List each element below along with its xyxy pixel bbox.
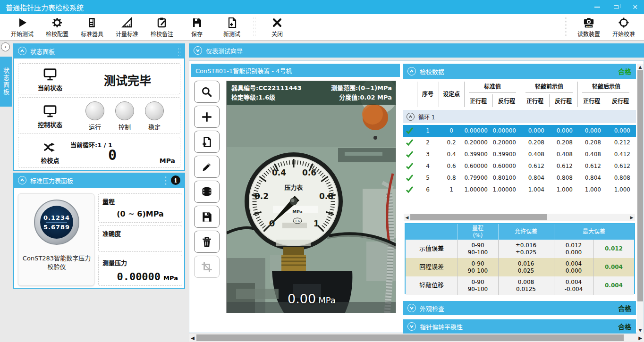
device-name: ConST283智能数字压力校验仪 [21, 254, 92, 271]
table-row[interactable]: 5 0.8 0.79900 0.80100 0.804 0.808 0.804 … [403, 172, 636, 184]
scroll-right-arrow[interactable]: ▶ [636, 335, 644, 341]
save-button[interactable]: 保存 [179, 16, 214, 39]
collapse-sidebar-button[interactable]: ‹ [1, 42, 10, 51]
reading-device-button[interactable]: AUTO 读数装置 [571, 16, 606, 39]
svg-text:1: 1 [314, 218, 320, 228]
scrollbar-thumb[interactable] [410, 214, 547, 220]
delete-tool-button[interactable] [194, 231, 220, 253]
wizard-header[interactable]: 仪表测试向导 [189, 43, 644, 58]
table-row[interactable]: 6 1 1.00000 1.00000 1.004 1.000 1.000 1.… [403, 184, 636, 196]
scroll-right-arrow[interactable]: ▶ [628, 215, 635, 220]
save-image-button[interactable] [194, 206, 220, 228]
zoom-tool-button[interactable] [194, 81, 220, 103]
new-test-button[interactable]: 新测试 [214, 16, 249, 39]
standard-instrument-button[interactable]: 标准器具 [75, 16, 110, 39]
scroll-left-arrow[interactable]: ◀ [404, 215, 410, 220]
checkpoint-row: 检校点 当前循环:1 / 1 0 MPa [18, 137, 180, 168]
right-vertical-scrollbar[interactable]: ▲ ▼ [637, 64, 644, 334]
camera-panel-header: ConST801-1智能识别装置 - 4号机 [191, 64, 400, 77]
camera-auto-icon: AUTO [583, 17, 594, 28]
toolbar-separator [253, 17, 256, 38]
close-test-button[interactable]: 关闭 [260, 16, 295, 39]
edit-tool-button[interactable] [194, 156, 220, 178]
cycle-counter: 当前循环:1 / 1 [70, 140, 112, 149]
final-error-value: 0.004 [593, 276, 634, 295]
scroll-left-arrow[interactable]: ◀ [189, 335, 196, 341]
new-record-button[interactable] [194, 131, 220, 153]
chevron-up-icon [407, 113, 415, 121]
verification-grade: 检定等级:1.6级 [231, 93, 320, 102]
table-horizontal-scrollbar[interactable]: ◀ ▶ [404, 214, 635, 221]
close-x-icon [271, 17, 283, 28]
current-state-row: 当前状态 测试完毕 [18, 63, 180, 94]
plus-icon [201, 111, 213, 123]
led-indicator [115, 101, 134, 120]
table-row[interactable]: 2 0.2 0.20000 0.20000 0.208 0.208 0.208 … [403, 137, 636, 149]
metrology-standard-button[interactable]: 计量标准 [110, 16, 144, 39]
monitor-icon [42, 67, 58, 82]
check-icon [406, 127, 414, 134]
save-icon [191, 17, 203, 28]
chevron-up-icon [18, 176, 26, 184]
svg-text:0.6: 0.6 [302, 168, 316, 177]
overall-result-badge: 合格 [618, 67, 631, 76]
main-toolbar: 开始测试 检校配置 标准器具 计量标准 检校备注 保存 新测试 关闭 [0, 14, 644, 41]
scroll-up-arrow[interactable]: ▲ [639, 64, 642, 70]
add-tool-button[interactable] [194, 106, 220, 128]
start-calibrate-button[interactable]: 开始校准 [606, 16, 641, 39]
target-icon [618, 17, 629, 28]
sidebar-tab-status-panel[interactable]: 状态面板 [0, 57, 12, 107]
status-panel-header[interactable]: 状态面板 [13, 43, 185, 58]
trash-icon [201, 236, 213, 248]
check-icon [406, 174, 414, 182]
table-row[interactable]: 4 0.6 0.60000 0.60000 0.612 0.612 0.612 … [403, 160, 636, 172]
camera-view[interactable]: 0.4 0.6 0.2 0.8 0 1 压力表 MPa [226, 81, 396, 313]
section-result-badge: 合格 [618, 303, 631, 313]
info-icon[interactable]: i [171, 175, 180, 185]
chevron-down-icon [407, 322, 416, 331]
minimize-icon [594, 7, 600, 8]
calibration-notes-button[interactable]: 检校备注 [144, 16, 179, 39]
data-table-header: 序号 设定点 标准值 轻敲前示值 轻敲后示值 正行程 反行程 正行程 反行程 正… [403, 80, 636, 107]
new-document-icon [226, 17, 237, 28]
calibration-config-button[interactable]: 检校配置 [40, 16, 75, 39]
current-state-value: 测试完毕 [80, 71, 175, 88]
svg-text:0.2: 0.2 [254, 192, 269, 201]
toolbar-separator [565, 17, 568, 38]
standard-panel-header[interactable]: 标准压力表面板 i [13, 173, 185, 188]
document-plus-icon [201, 136, 213, 148]
table-row[interactable]: 3 0.4 0.39900 0.39900 0.408 0.408 0.408 … [403, 149, 636, 160]
calibration-data-header[interactable]: 检校数据 合格 [403, 64, 636, 79]
digital-gauge-image: 0.1234 5.6789 [34, 200, 79, 245]
scrollbar-thumb[interactable] [196, 334, 624, 341]
cycle-group-row[interactable]: 循环 1 [403, 110, 636, 123]
camera-info-overlay: 器具编号:CC22111443 检定等级:1.6级 测量范围:(0~1)MPa … [227, 81, 396, 105]
maximize-button[interactable] [611, 3, 621, 11]
svg-text:0.4: 0.4 [272, 168, 286, 177]
camera-scene: 0.4 0.6 0.2 0.8 0 1 压力表 MPa [227, 81, 396, 313]
table-row[interactable]: 1 0 0.00000 0.00000 0.000 0.000 0.000 0.… [403, 125, 636, 137]
bottom-horizontal-scrollbar[interactable]: ◀ ▶ [189, 334, 644, 342]
standard-gauge-panel: 标准压力表面板 i 0.1234 5.6789 ConST283智能数字压力校验… [13, 173, 185, 289]
standard-device-card[interactable]: 0.1234 5.6789 ConST283智能数字压力校验仪 [18, 193, 94, 286]
crop-icon [201, 261, 213, 273]
drag-handle[interactable] [165, 175, 167, 185]
chevron-down-icon [407, 304, 416, 312]
camera-reading: 0.00 MPa [227, 292, 396, 306]
led-run: 运行 [85, 101, 104, 131]
crop-tool-button[interactable] [194, 256, 220, 278]
scroll-down-arrow[interactable]: ▼ [639, 327, 642, 334]
summary-row-indication-error: 示值误差 0-9090-100 ±0.016±0.025 0.0120.000 … [406, 240, 634, 258]
pressure-value: 0.00000 [117, 271, 161, 283]
database-tool-button[interactable] [194, 181, 220, 203]
ruler-icon [121, 17, 133, 28]
pointer-stability-section[interactable]: 指针偏转平稳性 合格 [403, 319, 636, 334]
drag-handle[interactable] [178, 46, 180, 56]
scrollbar-thumb[interactable] [637, 70, 643, 301]
check-icon [406, 162, 414, 170]
start-test-button[interactable]: 开始测试 [5, 16, 40, 39]
instrument-test-wizard: 仪表测试向导 ConST801-1智能识别装置 - 4号机 [189, 43, 644, 333]
minimize-button[interactable] [592, 3, 602, 11]
close-window-button[interactable]: ✕ [630, 3, 640, 11]
appearance-check-section[interactable]: 外观检查 合格 [403, 301, 636, 315]
